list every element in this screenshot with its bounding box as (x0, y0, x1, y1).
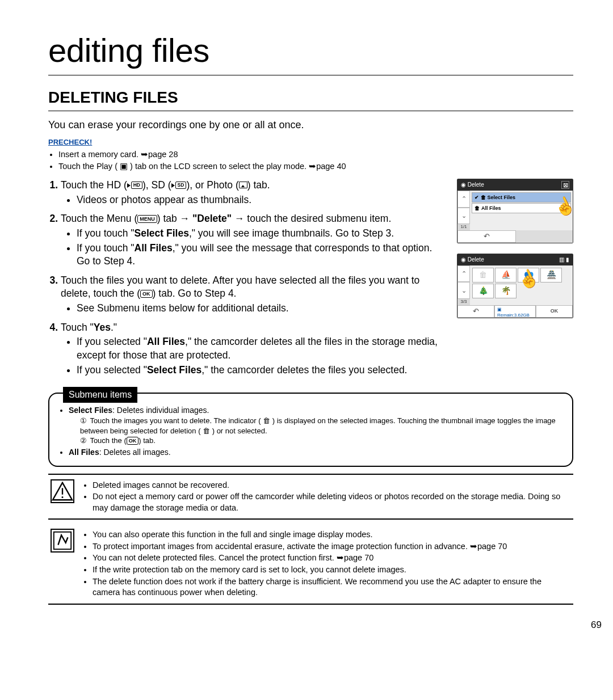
warning-item: Do not eject a memory card or power off … (93, 491, 571, 513)
warning-box: Deleted images cannot be recovered. Do n… (48, 474, 573, 520)
page-indicator: 1/1 (457, 224, 470, 230)
precheck-item: Touch the Play ( ▣ ) tab on the LCD scre… (58, 161, 573, 172)
warning-icon (51, 479, 74, 503)
submenu-select-files: Select Files: Deletes individual images.… (69, 405, 562, 446)
steps-list: Touch the HD (HD), SD (SD), or Photo () … (48, 179, 447, 377)
ok-button: OK (536, 305, 573, 318)
close-icon: ⊠ (561, 181, 569, 189)
submenu-box: Submenu items Select Files: Deletes indi… (48, 393, 573, 466)
precheck-list: Insert a memory card. ➥page 28 Touch the… (48, 149, 573, 172)
back-icon: ↶ (457, 230, 516, 243)
step-sub: If you touch "All Files," you will see t… (77, 242, 447, 268)
thumbnail: 🌴 (495, 284, 517, 298)
step-sub: If you selected "Select Files," the camc… (77, 364, 447, 377)
down-icon: ⌄ (457, 282, 470, 299)
note-item: The delete function does not work if the… (93, 576, 571, 598)
step-4: Touch "Yes." If you selected "All Files,… (61, 321, 447, 377)
thumbnail: 🗑 (472, 268, 494, 282)
sd-icon: SD (175, 182, 187, 189)
up-icon: ⌃ (457, 191, 470, 208)
up-icon: ⌃ (457, 265, 470, 282)
hd-icon: HD (131, 182, 142, 189)
down-icon: ⌄ (457, 208, 470, 225)
step-sub: If you touch "Select Files," you will se… (77, 227, 447, 241)
chapter-title: editing files (48, 28, 573, 75)
submenu-title: Submenu items (63, 387, 137, 403)
thumbnail: 🏯 (540, 268, 562, 282)
submenu-all-files: All Files: Deletes all images. (69, 447, 562, 458)
menu-icon: MENU (137, 215, 157, 223)
step-2: Touch the Menu (MENU) tab → "Delete" → t… (61, 212, 447, 268)
intro-text: You can erase your recordings one by one… (48, 118, 573, 132)
lcd-previews: ◉ Delete ⊠ ⌃ ⌄ 1/1 ✔ 🗑 Select Files 🗑 Al… (457, 179, 573, 328)
ok-icon: OK (127, 437, 139, 445)
notes-box: You can also operate this function in th… (48, 524, 573, 604)
play-icon (127, 183, 131, 188)
note-item: You can also operate this function in th… (93, 529, 571, 541)
lcd-thumbnails: ◉ Delete ▥ ▮ ⌃ ⌄ 3/3 🗑 ⛵ 👥 🏯 🎄 🌴 (457, 254, 573, 318)
note-icon (51, 529, 74, 553)
note-item: You can not delete protected files. Canc… (93, 553, 571, 564)
precheck-label: PRECHECK! (48, 137, 573, 147)
step-sub: Videos or photos appear as thumbnails. (77, 193, 447, 207)
remain-label: ▣ Remain:3.62GB (494, 305, 536, 318)
step-3: Touch the files you want to delete. Afte… (61, 274, 447, 315)
step-sub: If you selected "All Files," the camcord… (77, 335, 447, 362)
note-item: If the write protection tab on the memor… (93, 564, 571, 576)
note-item: To protect important images from acciden… (93, 541, 571, 553)
warning-item: Deleted images cannot be recovered. (93, 480, 571, 491)
ok-icon: OK (140, 290, 153, 298)
step-1: Touch the HD (HD), SD (SD), or Photo () … (61, 179, 447, 206)
page-number: 69 (591, 619, 602, 627)
battery-icon: ▥ ▮ (559, 256, 569, 264)
thumbnail: ⛵ (495, 268, 517, 282)
back-icon: ↶ (457, 305, 494, 318)
lcd-delete-menu: ◉ Delete ⊠ ⌃ ⌄ 1/1 ✔ 🗑 Select Files 🗑 Al… (457, 179, 573, 243)
svg-rect-3 (54, 532, 71, 549)
svg-point-2 (61, 496, 63, 498)
thumbnail: 🎄 (472, 284, 494, 298)
play-icon (171, 183, 175, 188)
photo-icon (239, 182, 247, 188)
precheck-item: Insert a memory card. ➥page 28 (58, 149, 573, 161)
page-indicator: 3/3 (457, 299, 470, 305)
step-sub: See Submenu items below for additional d… (77, 302, 447, 315)
section-title: DELETING FILES (48, 87, 573, 111)
